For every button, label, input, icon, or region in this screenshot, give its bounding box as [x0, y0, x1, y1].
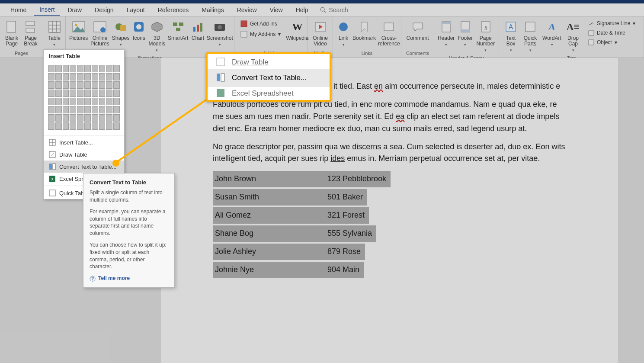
tab-home[interactable]: Home — [5, 5, 32, 15]
drop-cap-button[interactable]: A≡Drop Cap▾ — [564, 18, 582, 55]
my-addins-button[interactable]: My Add-ins ▾ — [238, 29, 283, 39]
tab-mailings[interactable]: Mailings — [196, 5, 229, 15]
tab-review[interactable]: Review — [232, 5, 262, 15]
blank-page-button[interactable]: Blank Page — [3, 18, 21, 48]
draw-table-item[interactable]: Draw Table — [44, 148, 124, 161]
document-page[interactable]: di it tied. East en aim occurrence perse… — [161, 58, 618, 363]
search-placeholder: Search — [329, 6, 348, 13]
tab-design[interactable]: Design — [90, 5, 119, 15]
group-comments-label: Comments — [404, 50, 431, 57]
wikipedia-button[interactable]: WWikipedia — [285, 18, 309, 43]
table-cell: Shane Bog — [213, 225, 325, 242]
table-cell: Susan Smith — [213, 189, 325, 206]
svg-rect-22 — [197, 25, 199, 32]
3d-models-button[interactable]: 3D Models▾ — [147, 18, 166, 55]
svg-rect-56 — [217, 89, 224, 97]
chart-button[interactable]: Chart — [190, 18, 205, 43]
svg-rect-21 — [193, 27, 195, 32]
callout-draw-table[interactable]: Draw Table — [208, 56, 330, 69]
bookmark-button[interactable]: Bookmark — [352, 18, 376, 43]
svg-rect-30 — [384, 23, 394, 31]
screenshot-button[interactable]: Screenshot▾ — [206, 18, 233, 49]
shapes-button[interactable]: Shapes▾ — [111, 18, 131, 49]
table-cell: Ali Gomez — [213, 207, 325, 224]
page-break-button[interactable]: Page Break — [22, 18, 40, 48]
svg-point-0 — [321, 7, 325, 11]
tab-view[interactable]: View — [265, 5, 288, 15]
table-cell: John Brown — [213, 171, 325, 187]
svg-line-1 — [324, 11, 326, 13]
paragraph: No grace descriptor per, passim qua we d… — [213, 141, 566, 165]
svg-rect-39 — [525, 22, 535, 32]
get-addins-button[interactable]: Get Add-ins — [238, 19, 283, 29]
tab-help[interactable]: Help — [291, 5, 314, 15]
footer-button[interactable]: Footer▾ — [456, 18, 474, 49]
tab-layout[interactable]: Layout — [122, 5, 150, 15]
table-button[interactable]: Table ▾ — [46, 18, 63, 49]
svg-rect-18 — [173, 22, 177, 26]
wordart-button[interactable]: AWordArt▾ — [541, 18, 563, 49]
title-bar — [0, 0, 644, 3]
table-cell: Jolie Ashley — [213, 244, 325, 260]
tooltip: Convert Text to Table Split a single col… — [83, 173, 175, 288]
svg-rect-26 — [241, 21, 247, 27]
icons-button[interactable]: Icons — [131, 18, 147, 43]
svg-rect-23 — [200, 23, 202, 32]
header-button[interactable]: Header▾ — [437, 18, 455, 49]
svg-point-29 — [339, 22, 348, 31]
date-time-button[interactable]: Date & Time — [586, 29, 638, 37]
smartart-button[interactable]: SmartArt — [167, 18, 189, 43]
pictures-button[interactable]: Pictures — [68, 18, 89, 43]
link-button[interactable]: Link▾ — [336, 18, 351, 49]
tab-references[interactable]: References — [153, 5, 194, 15]
callout-excel[interactable]: Excel Spreadsheet — [208, 87, 330, 98]
table-cell: 321 Forest — [325, 207, 369, 224]
svg-rect-3 — [26, 21, 35, 26]
table-size-grid[interactable] — [44, 62, 124, 134]
svg-rect-27 — [241, 31, 247, 37]
insert-table-item[interactable]: Insert Table... — [44, 136, 124, 148]
comment-button[interactable]: Comment — [404, 18, 431, 43]
svg-rect-20 — [176, 28, 180, 31]
svg-rect-5 — [49, 21, 60, 32]
chevron-down-icon: ▾ — [53, 43, 55, 47]
svg-rect-47 — [53, 164, 55, 170]
cross-reference-button[interactable]: Cross-reference — [377, 18, 401, 48]
table-cell: 555 Sylvania — [325, 225, 376, 242]
group-pages-label: Pages — [3, 50, 40, 57]
help-icon: ? — [90, 276, 96, 282]
tab-draw[interactable]: Draw — [62, 5, 87, 15]
table-cell: 123 Pebblebrook — [325, 171, 391, 187]
quick-parts-button[interactable]: Quick Parts▾ — [521, 18, 540, 55]
table-cell: 879 Rose — [325, 244, 365, 260]
svg-rect-55 — [221, 74, 224, 81]
tell-me-more-link[interactable]: ? Tell me more — [90, 275, 168, 282]
online-video-button[interactable]: Online Video — [311, 18, 330, 48]
search-box[interactable]: Search — [320, 6, 348, 13]
tab-insert[interactable]: Insert — [34, 4, 60, 16]
svg-rect-41 — [589, 40, 594, 45]
callout-zoom: Draw Table Convert Text to Table... Exce… — [206, 52, 331, 102]
svg-rect-32 — [442, 22, 451, 24]
svg-rect-50 — [49, 190, 55, 196]
callout-dot — [112, 160, 119, 167]
selected-text-block[interactable]: John Brown123 Pebblebrook Susan Smith501… — [213, 171, 566, 279]
text-box-button[interactable]: AText Box▾ — [502, 18, 520, 55]
signature-line-button[interactable]: Signature Line ▾ — [586, 19, 638, 28]
page-number-button[interactable]: #Page Number▾ — [475, 18, 496, 55]
svg-point-25 — [218, 25, 222, 29]
dropdown-title: Insert Table — [44, 50, 124, 62]
svg-rect-2 — [7, 21, 16, 32]
svg-point-17 — [136, 24, 141, 29]
svg-rect-53 — [217, 58, 224, 66]
tooltip-text: You can choose how to split it up: fixed… — [90, 241, 168, 270]
svg-rect-4 — [26, 28, 35, 32]
tooltip-text: Split a single column of text into multi… — [90, 189, 168, 204]
object-button[interactable]: Object ▾ — [586, 38, 638, 47]
online-pictures-button[interactable]: Online Pictures — [90, 18, 110, 48]
svg-rect-34 — [461, 29, 470, 32]
table-cell: Johnie Nye — [213, 262, 325, 278]
callout-convert-text[interactable]: Convert Text to Table... — [208, 69, 330, 87]
svg-text:#: # — [484, 26, 487, 32]
tooltip-text: For example, you can separate a column o… — [90, 208, 168, 237]
